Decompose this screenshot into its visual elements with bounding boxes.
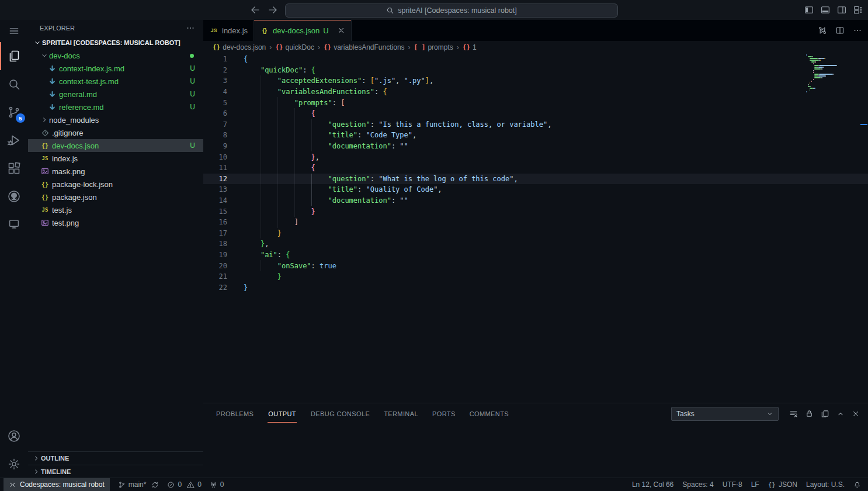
- activity-bar-source-control-icon[interactable]: 5: [0, 98, 28, 126]
- code-line-13[interactable]: 13 "title": "Quality of Code",: [203, 184, 868, 195]
- tree-item-general.md[interactable]: general.mdU: [28, 88, 203, 101]
- toggle-secondary-sidebar-icon[interactable]: [836, 5, 847, 15]
- overview-ruler[interactable]: [860, 53, 868, 403]
- tree-item-context-index.js.md[interactable]: context-index.js.mdU: [28, 62, 203, 75]
- code-line-4[interactable]: 4 "variablesAndFunctions": {: [203, 87, 868, 98]
- activity-bar-run-debug-icon[interactable]: [0, 126, 28, 154]
- activity-bar-extensions-icon[interactable]: [0, 154, 28, 182]
- sidebar-section-timeline[interactable]: TIMELINE: [28, 465, 203, 478]
- open-output-in-editor-icon[interactable]: [821, 409, 829, 418]
- indentation-status[interactable]: Spaces: 4: [682, 480, 713, 489]
- activity-bar-account-icon[interactable]: [0, 422, 28, 450]
- code-line-3[interactable]: 3 "acceptedExtensions": [".js", ".py"],: [203, 75, 868, 87]
- customize-layout-icon[interactable]: [853, 5, 863, 15]
- code-line-17[interactable]: 17 }: [203, 228, 868, 239]
- tree-item-reference.md[interactable]: reference.mdU: [28, 101, 203, 113]
- code-line-9[interactable]: 9 "documentation": "": [203, 141, 868, 152]
- activity-bar-menu-icon[interactable]: [0, 20, 28, 42]
- panel-tab-problems[interactable]: PROBLEMS: [216, 403, 254, 424]
- activity-bar-search-icon[interactable]: [0, 70, 28, 98]
- tree-item-dev-docs.json[interactable]: {}dev-docs.jsonU: [28, 139, 203, 152]
- clear-output-icon[interactable]: [789, 409, 798, 418]
- breadcrumb-prompts[interactable]: [ ]prompts: [414, 43, 453, 51]
- code-line-1[interactable]: 1{: [203, 54, 868, 65]
- search-icon: [386, 6, 394, 15]
- remote-indicator[interactable]: Codespaces: musical robot: [4, 478, 110, 491]
- tree-item-mask.png[interactable]: mask.png: [28, 165, 203, 178]
- code-line-10[interactable]: 10 },: [203, 151, 868, 162]
- panel-tab-terminal[interactable]: TERMINAL: [384, 403, 418, 424]
- git-branch-status[interactable]: main*: [118, 480, 159, 489]
- breadcrumb-variablesAndFunctions[interactable]: {}variablesAndFunctions: [324, 43, 405, 51]
- output-channel-select[interactable]: Tasks: [671, 407, 779, 421]
- more-actions-icon[interactable]: [853, 26, 862, 35]
- code-line-18[interactable]: 18 },: [203, 238, 868, 250]
- panel-tab-ports[interactable]: PORTS: [432, 403, 456, 424]
- split-editor-icon[interactable]: [835, 26, 845, 35]
- json-icon: {}: [41, 181, 48, 188]
- activity-bar-settings-gear-icon[interactable]: [0, 450, 28, 478]
- go-back-icon[interactable]: [250, 5, 261, 15]
- tree-item-index.js[interactable]: JSindex.js: [28, 152, 203, 165]
- ports-status[interactable]: 0: [210, 480, 224, 489]
- breadcrumb-dev-docs.json[interactable]: {}dev-docs.json: [213, 43, 266, 51]
- tree-item-test.png[interactable]: test.png: [28, 216, 203, 229]
- code-line-20[interactable]: 20 "onSave": true: [203, 260, 868, 271]
- code-line-11[interactable]: 11 {: [203, 162, 868, 174]
- code-line-16[interactable]: 16 ]: [203, 217, 868, 228]
- code-line-2[interactable]: 2 "quickDoc": {: [203, 65, 868, 76]
- toggle-panel-icon[interactable]: [820, 5, 831, 15]
- code-line-14[interactable]: 14 "documentation": "": [203, 195, 868, 206]
- code-line-7[interactable]: 7 "question": "Is this a function, class…: [203, 119, 868, 130]
- toggle-sidebar-icon[interactable]: [804, 5, 814, 15]
- code-line-22[interactable]: 22}: [203, 282, 868, 293]
- open-changes-icon[interactable]: [818, 26, 827, 35]
- tree-item-test.js[interactable]: JStest.js: [28, 203, 203, 216]
- code-line-15[interactable]: 15 }: [203, 206, 868, 217]
- explorer-more-actions-icon[interactable]: [186, 23, 195, 33]
- breadcrumb-quickDoc[interactable]: {}quickDoc: [275, 43, 314, 51]
- encoding-status[interactable]: UTF-8: [723, 480, 742, 489]
- workspace-root-row[interactable]: SPRITEAI [CODESPACES: MUSICAL ROBOT]: [28, 36, 203, 49]
- tab-dev-docs.json[interactable]: {}dev-docs.jsonU: [254, 20, 352, 41]
- command-center-search[interactable]: spriteAI [Codespaces: musical robot]: [285, 4, 618, 18]
- maximize-panel-icon[interactable]: [836, 410, 845, 418]
- panel-tab-debug-console[interactable]: DEBUG CONSOLE: [311, 403, 370, 424]
- close-icon[interactable]: [337, 26, 345, 34]
- tree-item-package.json[interactable]: {}package.json: [28, 191, 203, 203]
- eol-status[interactable]: LF: [751, 480, 759, 489]
- minimap[interactable]: [806, 54, 860, 93]
- tree-item-dev-docs[interactable]: dev-docs: [28, 49, 203, 62]
- cursor-position-status[interactable]: Ln 12, Col 66: [632, 480, 673, 489]
- close-panel-icon[interactable]: [852, 410, 860, 418]
- code-line-8[interactable]: 8 "title": "Code Type",: [203, 130, 868, 141]
- code-line-5[interactable]: 5 "prompts": [: [203, 97, 868, 108]
- tab-index.js[interactable]: JSindex.js: [203, 20, 254, 41]
- activity-bar-remote-explorer-icon[interactable]: [0, 210, 28, 238]
- code-line-19[interactable]: 19 "ai": {: [203, 250, 868, 261]
- keyboard-layout-status[interactable]: Layout: U.S.: [806, 480, 845, 489]
- panel-tab-output[interactable]: OUTPUT: [268, 403, 297, 424]
- sync-icon[interactable]: [151, 481, 159, 489]
- code-line-6[interactable]: 6 {: [203, 108, 868, 119]
- tree-item-package-lock.json[interactable]: {}package-lock.json: [28, 178, 203, 191]
- account-icon: [7, 429, 21, 443]
- code-line-21[interactable]: 21 }: [203, 271, 868, 282]
- lock-icon[interactable]: [805, 409, 814, 418]
- problems-status[interactable]: 0 0: [167, 480, 201, 489]
- sidebar-section-outline[interactable]: OUTLINE: [28, 451, 203, 465]
- activity-bar-files-icon[interactable]: [0, 42, 28, 70]
- tree-item-context-test.js.md[interactable]: context-test.js.mdU: [28, 75, 203, 88]
- code-line-12[interactable]: 12 "question": "What is the log o of thi…: [203, 174, 868, 185]
- code-editor[interactable]: 1{2 "quickDoc": {3 "acceptedExtensions":…: [203, 53, 868, 403]
- branch-label: main*: [129, 480, 147, 489]
- line-number: 4: [203, 88, 227, 96]
- notifications-bell-icon[interactable]: [853, 481, 861, 489]
- panel-tab-comments[interactable]: COMMENTS: [470, 403, 509, 424]
- tree-item-node_modules[interactable]: node_modules: [28, 113, 203, 126]
- breadcrumb-1[interactable]: {}1: [463, 43, 477, 51]
- activity-bar-github-icon[interactable]: [0, 182, 28, 210]
- tree-item-.gitignore[interactable]: .gitignore: [28, 126, 203, 139]
- go-forward-icon[interactable]: [268, 5, 278, 15]
- language-mode-status[interactable]: {} JSON: [768, 480, 797, 489]
